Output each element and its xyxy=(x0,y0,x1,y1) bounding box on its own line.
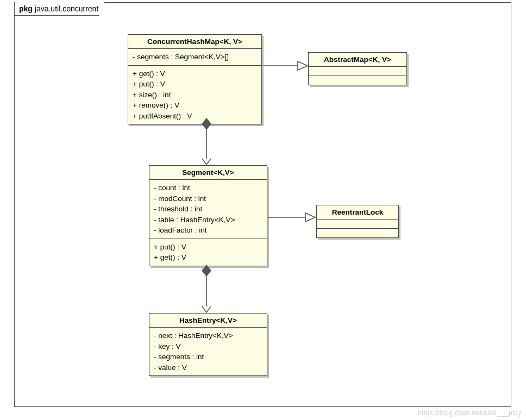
class-title: ConcurrentHashMap<K, V> xyxy=(128,35,261,49)
attrs-section xyxy=(309,67,406,76)
ops-section: + get() : V + put() : V + size() : int +… xyxy=(128,66,261,124)
class-title: AbstractMap<K, V> xyxy=(309,53,406,67)
attr: - threshold : int xyxy=(154,204,262,215)
package-tab: pkg java.util.concurrent xyxy=(14,2,104,16)
attrs-section: - segments : Segment<K,V>[] xyxy=(128,49,261,66)
class-segment: Segment<K,V> - count : int - modCount : … xyxy=(149,165,267,266)
class-title: ReentrantLock xyxy=(317,205,398,220)
ops-section xyxy=(309,76,406,85)
op: + get() : V xyxy=(133,68,257,79)
attr: - segments : Segment<K,V>[] xyxy=(133,52,257,62)
attr: - count : int xyxy=(154,183,262,193)
op: + remove() : V xyxy=(133,100,257,111)
attr: - value : V xyxy=(154,362,262,373)
attr: - segments : int xyxy=(154,352,262,362)
attrs-section: - count : int - modCount : int - thresho… xyxy=(149,180,267,239)
ops-section: + put() : V + get() : V xyxy=(149,239,267,266)
watermark: https://blog.csdn.net/cold___play xyxy=(418,409,522,417)
op: + put() : V xyxy=(154,242,262,253)
class-concurrenthashmap: ConcurrentHashMap<K, V> - segments : Seg… xyxy=(128,34,262,124)
op: + get() : V xyxy=(154,252,262,263)
class-title: Segment<K,V> xyxy=(149,166,267,180)
attrs-section xyxy=(317,220,398,229)
attr: - loadFactor : int xyxy=(154,225,262,236)
pkg-prefix: pkg xyxy=(19,4,33,13)
op: + size() : int xyxy=(133,90,257,101)
op: + putIfAbsent() : V xyxy=(133,111,257,122)
pkg-name: java.util.concurrent xyxy=(35,4,99,13)
class-abstractmap: AbstractMap<K, V> xyxy=(308,52,407,85)
ops-section xyxy=(317,229,398,237)
attr: - table : HashEntry<K,V> xyxy=(154,215,262,225)
attrs-section: - next : HashEntry<K,V> - key : V - segm… xyxy=(149,328,267,375)
attr: - key : V xyxy=(154,341,262,352)
attr: - next : HashEntry<K,V> xyxy=(154,330,262,341)
class-title: HashEntry<K,V> xyxy=(149,314,267,328)
class-hashentry: HashEntry<K,V> - next : HashEntry<K,V> -… xyxy=(149,313,267,376)
attr: - modCount : int xyxy=(154,193,262,204)
class-reentrantlock: ReentrantLock xyxy=(316,205,399,238)
op: + put() : V xyxy=(133,79,257,90)
